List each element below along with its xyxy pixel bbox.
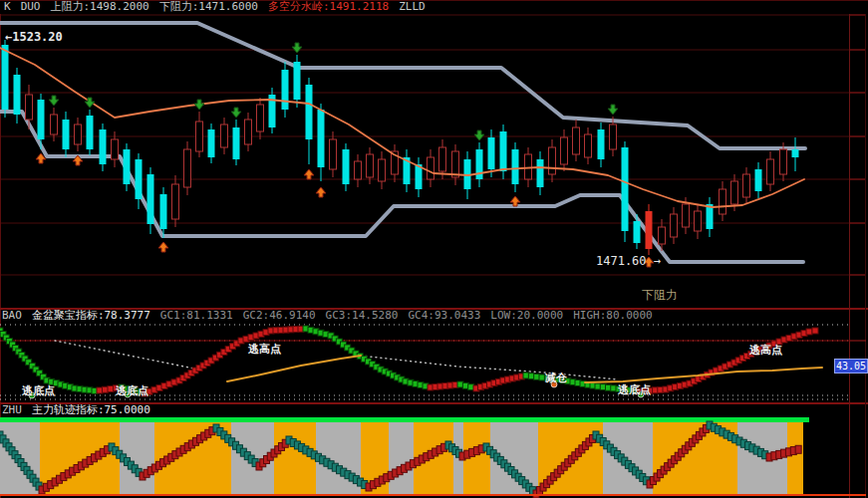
bull-bear-divide-value: 多空分水岭:1491.2118 [268,1,389,13]
bao-panel-header: BAO 金盆聚宝指标:78.3777 GC1:81.1331 GC2:46.91… [0,310,868,322]
upper-resistance-value: 上阻力:1498.2000 [51,1,149,13]
signal-label: 逃高点 [248,342,281,357]
signal-label: 逃底点 [116,383,148,398]
zhu-main-value: 主力轨迹指标:75.0000 [32,404,150,416]
trading-app-window: K DUO 上阻力:1498.2000 下阻力:1471.6000 多空分水岭:… [0,0,868,498]
lower-resistance-label: 下阻力 [642,287,678,304]
chart-canvas[interactable] [0,0,868,498]
indicator-name-duo: DUO [21,1,41,13]
upper-band-price-label: ←1523.20 [5,30,63,44]
signal-label: 逃底点 [618,382,651,397]
signal-label: 减仓 [545,371,567,385]
bao-main-value: 金盆聚宝指标:78.3777 [32,310,150,322]
indicator-name-bao: BAO [2,310,22,322]
bao-high-value: HIGH:80.0000 [573,310,652,322]
lower-band-price-label: 1471.60 → [596,254,661,268]
bao-gc3-value: GC3:14.5280 [326,310,399,322]
main-chart-header: K DUO 上阻力:1498.2000 下阻力:1471.6000 多空分水岭:… [0,1,868,13]
zhu-panel-header: ZHU 主力轨迹指标:75.0000 [0,404,868,416]
chart-type-label: K [4,1,11,13]
price-axis-badge: 43.05 [834,359,868,374]
bao-gc4-value: GC4:93.0433 [408,310,480,322]
signal-label: 逃高点 [749,343,782,358]
bao-gc1-value: GC1:81.1331 [160,310,233,322]
lower-resistance-value: 下阻力:1471.6000 [159,1,258,13]
indicator-name-zhu: ZHU [2,404,22,416]
signal-label: 逃底点 [22,383,55,398]
indicator-name-zlld: ZLLD [399,1,426,13]
bao-low-value: LOW:20.0000 [490,310,563,322]
bao-gc2-value: GC2:46.9140 [243,310,316,322]
